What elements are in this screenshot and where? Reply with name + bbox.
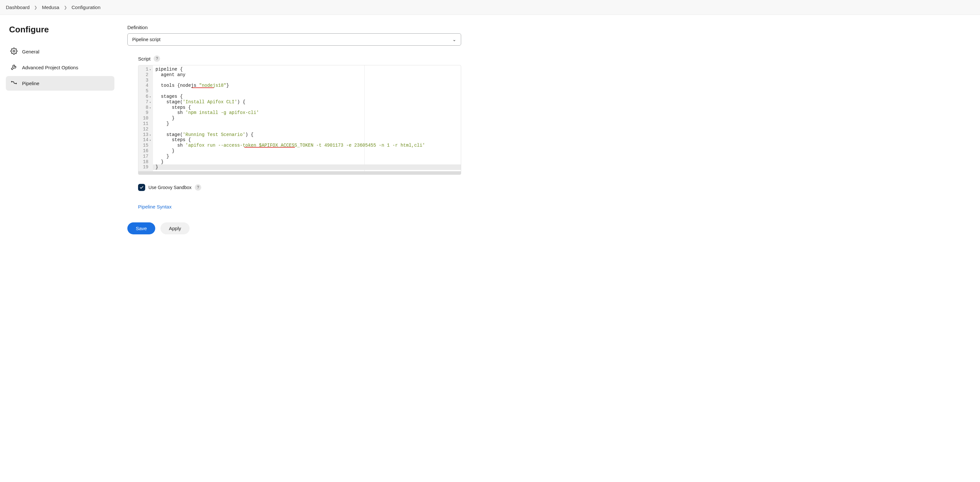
line-number: 11 [143, 121, 151, 127]
save-button[interactable]: Save [127, 222, 155, 235]
code-line[interactable]: } [153, 165, 461, 170]
code-line[interactable]: agent any [156, 72, 458, 78]
sidebar-item-general[interactable]: General [6, 44, 115, 59]
code-line[interactable]: sh 'apifox run --access-token $APIFOX_AC… [156, 143, 458, 148]
line-number: 7▾ [143, 99, 151, 105]
script-help-icon[interactable]: ? [154, 55, 160, 62]
script-editor[interactable]: 1▾23456▾7▾8▾910111213▾14▾1516171819 pipe… [138, 65, 461, 175]
definition-select[interactable]: Pipeline script ⌄ [127, 33, 461, 46]
code-line[interactable] [156, 78, 458, 83]
line-number: 14▾ [143, 137, 151, 143]
line-number: 2 [143, 72, 151, 78]
line-number: 4 [143, 83, 151, 88]
line-number: 18 [143, 159, 151, 165]
breadcrumb-item-configuration[interactable]: Configuration [72, 5, 100, 10]
page-title: Configure [6, 25, 115, 35]
code-line[interactable]: stages { [156, 94, 458, 99]
chevron-right-icon: ❯ [64, 5, 67, 10]
line-number: 16 [143, 148, 151, 154]
editor-gutter: 1▾23456▾7▾8▾910111213▾14▾1516171819 [138, 65, 153, 171]
code-line[interactable]: } [156, 159, 458, 165]
pipeline-icon [10, 79, 18, 87]
pipeline-syntax-link[interactable]: Pipeline Syntax [138, 204, 172, 209]
chevron-right-icon: ❯ [34, 5, 37, 10]
line-number: 15 [143, 143, 151, 148]
code-line[interactable]: } [156, 121, 458, 127]
wrench-icon [10, 63, 18, 71]
code-line[interactable]: stage('Running Test Scenario') { [156, 132, 458, 138]
groovy-sandbox-checkbox[interactable] [138, 184, 145, 191]
code-line[interactable]: pipeline { [156, 67, 458, 72]
line-number: 3 [143, 78, 151, 83]
sidebar-item-label: Pipeline [22, 81, 39, 86]
content: Definition Pipeline script ⌄ Script ? 1▾… [127, 25, 461, 235]
code-line[interactable]: steps { [156, 137, 458, 143]
breadcrumb-item-dashboard[interactable]: Dashboard [6, 5, 30, 10]
sidebar-item-pipeline[interactable]: Pipeline [6, 76, 115, 90]
editor-code-area[interactable]: pipeline { agent any tools {nodejs "node… [153, 65, 461, 171]
code-line[interactable] [156, 127, 458, 132]
sidebar-item-advanced[interactable]: Advanced Project Options [6, 60, 115, 75]
svg-point-0 [13, 50, 15, 52]
sidebar: Configure General Advanced Project Optio… [6, 25, 115, 235]
line-number: 1▾ [143, 67, 151, 72]
line-number: 9 [143, 110, 151, 116]
line-number: 13▾ [143, 132, 151, 138]
breadcrumb-item-project[interactable]: Medusa [42, 5, 59, 10]
sidebar-item-label: Advanced Project Options [22, 65, 78, 70]
breadcrumb: Dashboard ❯ Medusa ❯ Configuration [0, 0, 980, 15]
code-line[interactable]: sh 'npm install -g apifox-cli' [156, 110, 458, 116]
line-number: 10 [143, 116, 151, 121]
code-line[interactable]: stage('Install Apifox CLI') { [156, 99, 458, 105]
code-line[interactable]: tools {nodejs "nodejs18"} [156, 83, 458, 88]
gear-icon [10, 48, 18, 55]
line-number: 6▾ [143, 94, 151, 99]
line-number: 12 [143, 127, 151, 132]
editor-scrollbar[interactable] [138, 171, 461, 174]
line-number: 19 [143, 165, 151, 170]
code-line[interactable]: } [156, 116, 458, 121]
apply-button[interactable]: Apply [161, 222, 189, 235]
definition-label: Definition [127, 25, 461, 30]
code-line[interactable]: } [156, 148, 458, 154]
chevron-down-icon: ⌄ [452, 37, 456, 42]
definition-selected-value: Pipeline script [132, 37, 161, 42]
script-label: Script [138, 56, 150, 62]
groovy-sandbox-label: Use Groovy Sandbox [148, 185, 191, 190]
line-number: 5 [143, 88, 151, 94]
code-line[interactable]: steps { [156, 105, 458, 110]
sidebar-item-label: General [22, 49, 39, 54]
code-line[interactable] [156, 88, 458, 94]
code-line[interactable]: } [156, 154, 458, 159]
line-number: 8▾ [143, 105, 151, 110]
groovy-sandbox-help-icon[interactable]: ? [195, 184, 201, 191]
line-number: 17 [143, 154, 151, 159]
